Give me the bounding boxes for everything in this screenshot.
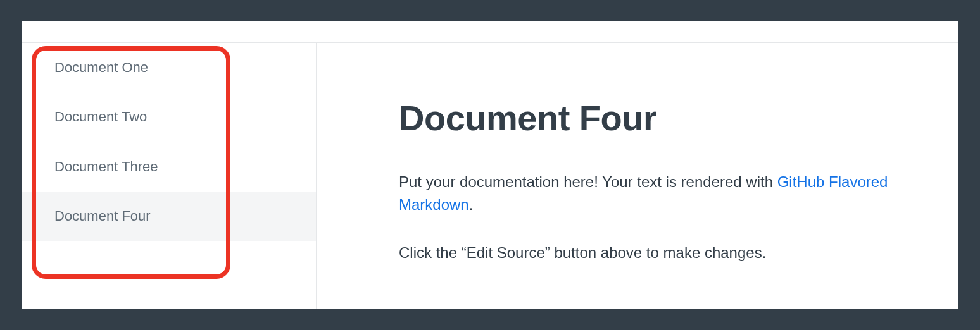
main-content: Document Four Put your documentation her… — [317, 43, 958, 309]
sidebar-item-document-three[interactable]: Document Three — [22, 142, 316, 192]
app-window: Document One Document Two Document Three… — [22, 21, 958, 309]
topbar — [22, 21, 958, 43]
sidebar-item-label: Document Two — [54, 109, 147, 125]
nav-list: Document One Document Two Document Three… — [22, 43, 316, 241]
sidebar-item-label: Document Three — [54, 159, 158, 174]
document-paragraph-1: Put your documentation here! Your text i… — [399, 171, 918, 216]
paragraph-text-suffix: . — [469, 196, 474, 213]
document-paragraph-2: Click the “Edit Source” button above to … — [399, 241, 918, 264]
sidebar-item-document-four[interactable]: Document Four — [22, 192, 316, 241]
sidebar-item-document-one[interactable]: Document One — [22, 43, 316, 92]
document-title: Document Four — [399, 99, 928, 138]
sidebar: Document One Document Two Document Three… — [22, 43, 317, 309]
sidebar-item-label: Document Four — [54, 208, 151, 224]
content-area: Document One Document Two Document Three… — [22, 43, 958, 309]
sidebar-item-label: Document One — [54, 59, 148, 75]
sidebar-item-document-two[interactable]: Document Two — [22, 92, 316, 142]
paragraph-text: Put your documentation here! Your text i… — [399, 173, 777, 190]
